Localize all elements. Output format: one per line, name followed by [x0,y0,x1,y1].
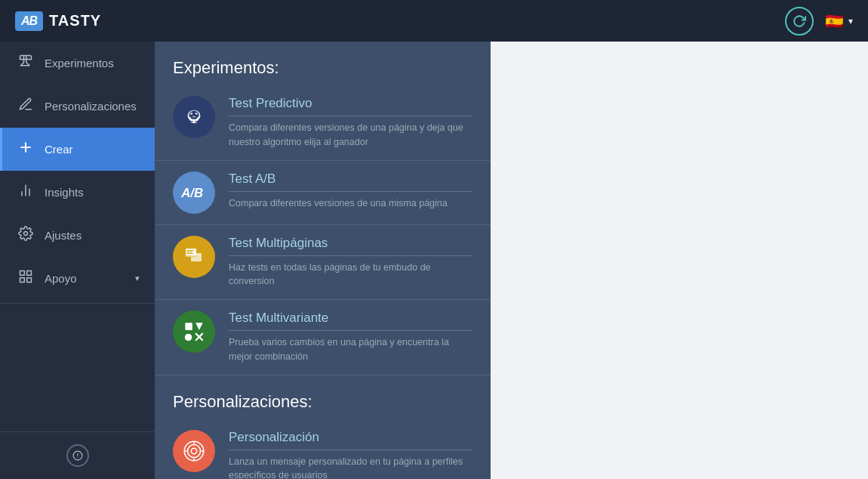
svg-point-16 [190,113,192,115]
svg-rect-28 [186,250,194,251]
svg-point-38 [188,444,201,457]
logo-area: AB TASTY [15,11,101,31]
sidebar-item-create[interactable]: Crear [0,128,155,171]
content-area [491,42,868,479]
svg-point-18 [192,113,192,113]
logo-badge: AB [15,11,43,31]
sidebar-item-support[interactable]: Apoyo ▾ [0,257,155,300]
ab-title: Test A/B [229,172,472,192]
ab-desc: Compara diferentes versiones de una mism… [229,196,472,211]
personalization-icon [173,430,215,472]
svg-rect-10 [20,278,25,283]
test-multipage-item[interactable]: Test Multipáginas Haz tests en todas las… [155,225,491,301]
sidebar-item-insights[interactable]: Insights [0,171,155,214]
personalization-desc: Lanza un mensaje personalizado en tu pág… [229,455,472,480]
chevron-down-icon: ▾ [848,16,853,26]
svg-rect-20 [192,116,195,117]
svg-marker-33 [195,323,203,330]
personalization-content: Personalización Lanza un mensaje persona… [229,430,472,480]
svg-point-19 [196,113,197,113]
svg-rect-30 [186,253,193,254]
predictivo-icon [173,96,215,138]
sidebar: Experimentos Personalizaciones Crear [0,42,155,479]
ab-icon: A/B [173,172,215,214]
sidebar-item-personalizations[interactable]: Personalizaciones [0,85,155,128]
svg-rect-8 [27,271,32,276]
svg-rect-22 [191,122,197,123]
header: AB TASTY 🇪🇸 ▾ [0,0,868,42]
favorite-button[interactable] [66,444,89,467]
svg-rect-27 [191,253,202,261]
settings-icon [17,226,34,245]
sidebar-item-label: Crear [45,143,73,156]
support-icon [17,269,34,288]
predictivo-content: Test Predictivo Compara diferentes versi… [229,96,472,150]
personalization-title: Personalización [229,430,472,450]
experiments-section-title: Experimentos: [155,42,491,85]
experiments-icon [17,54,34,73]
sidebar-divider [0,303,155,304]
create-dropdown-panel: Experimentos: Test Pr [155,42,491,479]
sidebar-item-label: Personalizaciones [45,100,137,113]
predictivo-desc: Compara diferentes versiones de una pági… [229,121,472,150]
svg-rect-29 [186,252,192,252]
multipage-icon [173,236,215,278]
test-multivariate-item[interactable]: Test Multivariante Prueba varios cambios… [155,300,491,375]
multivariate-title: Test Multivariante [229,311,472,331]
svg-rect-9 [27,278,32,283]
multipage-desc: Haz tests en todas las páginas de tu emb… [229,261,472,289]
header-right: 🇪🇸 ▾ [785,7,853,36]
logo-text: TASTY [49,12,101,29]
personalizations-icon [17,97,34,116]
language-selector[interactable]: 🇪🇸 ▾ [825,12,853,30]
test-ab-item[interactable]: A/B Test A/B Compara diferentes versione… [155,161,491,225]
multivariate-desc: Prueba varios cambios en una página y en… [229,335,472,364]
ab-content: Test A/B Compara diferentes versiones de… [229,172,472,211]
sidebar-item-experiments[interactable]: Experimentos [0,42,155,85]
create-icon [17,140,34,159]
multipage-content: Test Multipáginas Haz tests en todas las… [229,236,472,289]
sidebar-item-settings[interactable]: Ajustes [0,214,155,257]
multivariate-icon [173,311,215,353]
refresh-button[interactable] [785,7,814,36]
sidebar-item-label: Experimentos [45,57,114,70]
svg-rect-7 [20,271,25,276]
main-layout: Experimentos Personalizaciones Crear [0,42,868,479]
svg-point-34 [185,334,192,341]
svg-point-17 [195,113,198,115]
svg-rect-32 [185,323,192,330]
multipage-title: Test Multipáginas [229,236,472,256]
support-chevron-icon: ▾ [135,273,140,283]
svg-point-39 [191,448,196,453]
predictivo-title: Test Predictivo [229,96,472,116]
insights-icon [17,183,34,202]
sidebar-item-label: Apoyo [45,272,77,285]
multivariate-content: Test Multivariante Prueba varios cambios… [229,311,472,364]
personalization-item[interactable]: Personalización Lanza un mensaje persona… [155,419,491,480]
personalizations-section-title: Personalizaciones: [155,375,491,419]
svg-text:A/B: A/B [180,186,203,200]
test-predictivo-item[interactable]: Test Predictivo Compara diferentes versi… [155,85,491,161]
sidebar-item-label: Insights [45,186,84,199]
svg-point-6 [24,232,28,236]
sidebar-bottom [0,431,155,479]
flag-icon: 🇪🇸 [825,12,844,30]
sidebar-item-label: Ajustes [45,229,82,242]
